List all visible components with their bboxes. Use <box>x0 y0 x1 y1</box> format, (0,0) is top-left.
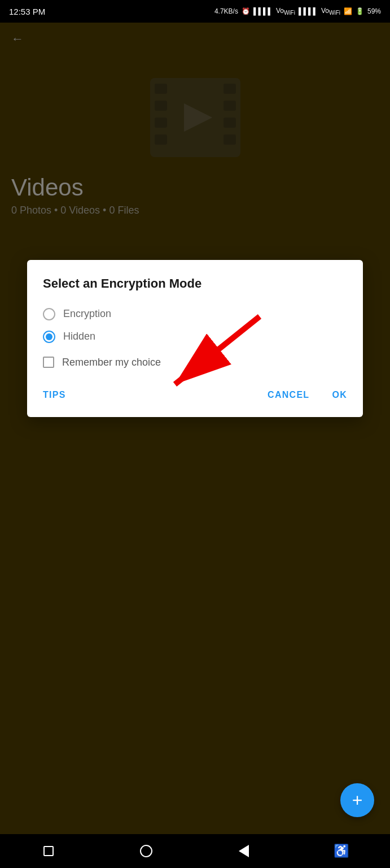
square-icon <box>43 846 54 856</box>
cancel-button[interactable]: CANCEL <box>256 384 321 406</box>
vo-wifi-label: VoWiFi <box>276 7 295 16</box>
radio-group: Encryption Hidden <box>43 308 347 343</box>
encryption-radio[interactable] <box>43 308 55 320</box>
status-bar: 12:53 PM 4.7KB/s ⏰ ▌▌▌▌ VoWiFi ▌▌▌▌ VoWi… <box>0 0 390 23</box>
vo-wifi-label-2: VoWiFi <box>321 7 340 16</box>
nav-bar: ♿ <box>0 834 390 868</box>
encryption-option[interactable]: Encryption <box>43 308 347 320</box>
hidden-radio[interactable] <box>43 331 55 343</box>
nav-accessibility-button[interactable]: ♿ <box>327 837 356 865</box>
fab-plus-icon: + <box>352 791 363 809</box>
remember-label: Remember my choice <box>62 357 161 368</box>
dialog-title: Select an Encryption Mode <box>43 276 347 292</box>
status-right: 4.7KB/s ⏰ ▌▌▌▌ VoWiFi ▌▌▌▌ VoWiFi 📶 🔋 59… <box>214 7 381 16</box>
tips-button[interactable]: TIPS <box>43 384 66 406</box>
dim-overlay <box>0 23 390 834</box>
back-triangle-icon <box>239 845 249 857</box>
network-speed: 4.7KB/s <box>214 7 238 15</box>
accessibility-icon: ♿ <box>334 844 349 858</box>
signal-icon: ▌▌▌▌ <box>253 7 273 15</box>
encryption-mode-dialog: Select an Encryption Mode Encryption Hid… <box>27 260 363 417</box>
status-time: 12:53 PM <box>9 7 45 16</box>
circle-icon <box>140 845 152 857</box>
hidden-option[interactable]: Hidden <box>43 331 347 343</box>
ok-button[interactable]: OK <box>321 384 347 406</box>
encryption-label: Encryption <box>63 308 111 320</box>
remember-checkbox[interactable] <box>43 357 54 368</box>
wifi-icon: 📶 <box>344 7 352 15</box>
nav-home-button[interactable] <box>132 837 160 865</box>
alarm-icon: ⏰ <box>242 7 250 15</box>
nav-back-button[interactable] <box>230 837 258 865</box>
battery-percent: 59% <box>367 7 381 15</box>
remember-choice-row[interactable]: Remember my choice <box>43 357 347 368</box>
dialog-actions: TIPS CANCEL OK <box>43 384 347 406</box>
battery-icon: 🔋 <box>356 7 364 15</box>
fab-add-button[interactable]: + <box>340 783 374 817</box>
nav-recents-button[interactable] <box>34 837 63 865</box>
hidden-label: Hidden <box>63 331 95 342</box>
signal-icon-2: ▌▌▌▌ <box>299 7 318 15</box>
